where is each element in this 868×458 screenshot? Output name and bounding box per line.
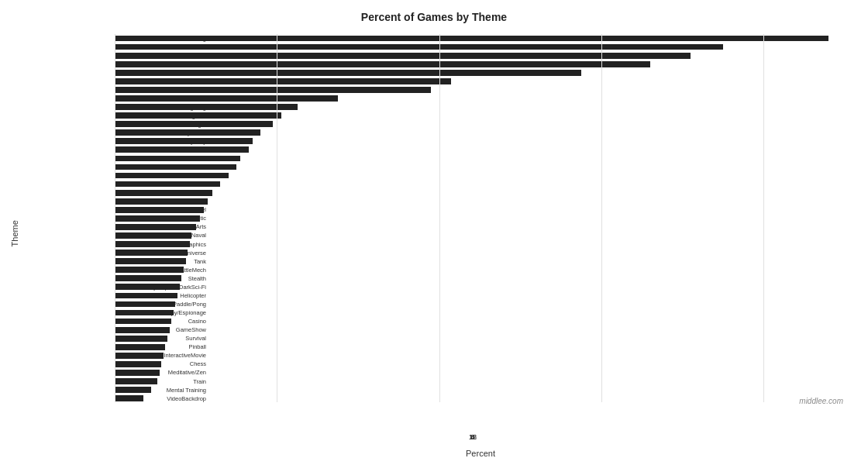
chart-title: Percent of Games by Theme (361, 11, 507, 23)
bar-row: Adult (115, 154, 845, 163)
bar-row: Shooter (115, 43, 845, 51)
bar-row: Post-Apocalyptic (115, 214, 845, 222)
bar-row: InteractiveFiction (115, 180, 845, 188)
bar (115, 104, 298, 110)
bar (115, 198, 208, 205)
bar-row: Sci-Fi/Futuristic (115, 51, 845, 60)
bar-wrapper (115, 394, 845, 403)
bar (115, 378, 157, 384)
bar-row: Cyberpunk/DarkSci-Fi (115, 283, 845, 291)
bar-wrapper (115, 308, 845, 317)
bar-row: Managerial (115, 112, 845, 120)
bar (115, 293, 177, 299)
bar-row: Stealth (115, 274, 845, 283)
bar (115, 301, 175, 308)
bar-wrapper (115, 103, 845, 112)
bar (115, 78, 451, 84)
bar-wrapper (115, 112, 845, 120)
bar (115, 44, 723, 50)
bar-row: Anime/Manga (115, 77, 845, 85)
y-axis-label: Theme (8, 34, 22, 433)
bar-wrapper (115, 257, 845, 266)
bar-row: Spy/Espionage (115, 308, 845, 317)
bar-wrapper (115, 154, 845, 163)
watermark: middlee.com (799, 397, 843, 405)
bar-wrapper (115, 85, 845, 94)
bar-wrapper (115, 60, 845, 68)
bar (115, 284, 180, 290)
plot-area: Puzzle-SolvingShooterSci-Fi/FuturisticAr… (22, 26, 860, 433)
bar-wrapper (115, 137, 845, 146)
bar (115, 258, 186, 264)
bar-wrapper (115, 146, 845, 154)
bar-wrapper (115, 163, 845, 171)
bar (115, 190, 212, 196)
bar-row: Casino (115, 317, 845, 325)
bar (115, 164, 236, 170)
bar (115, 370, 160, 376)
bar-wrapper (115, 300, 845, 308)
bar-row: GameShow (115, 325, 845, 334)
bar-row: InteractiveFictionwithGraphics (115, 240, 845, 249)
bar (115, 361, 161, 367)
bar-row: Flight (115, 120, 845, 129)
bar-row: Rhythm/Music (115, 188, 845, 197)
bar (115, 319, 171, 325)
bar-wrapper (115, 386, 845, 394)
bar-row: Fantasy (115, 68, 845, 77)
bar (115, 207, 204, 213)
bar-wrapper (115, 343, 845, 351)
bar (115, 61, 650, 67)
bar-wrapper (115, 317, 845, 325)
bar-wrapper (115, 291, 845, 300)
bar-row: Detective/Mystery (115, 137, 845, 146)
bar-wrapper (115, 188, 845, 197)
bar (115, 70, 581, 76)
bar-row: InteractiveMovie (115, 351, 845, 360)
bar-wrapper (115, 351, 845, 360)
bar-row: Naval (115, 231, 845, 239)
bar-wrapper (115, 197, 845, 205)
bar-row: Chess (115, 360, 845, 368)
bar-wrapper (115, 231, 845, 239)
bar-wrapper (115, 120, 845, 129)
bar (115, 129, 260, 136)
bar (115, 215, 200, 222)
x-tick: 16 (469, 433, 477, 441)
bar-wrapper (115, 94, 845, 102)
bar-wrapper (115, 34, 845, 43)
bar (115, 387, 151, 393)
bar-row: Helicopter (115, 291, 845, 300)
bar-row: PersistentUniverse (115, 249, 845, 257)
bar (115, 327, 170, 333)
bar (115, 250, 188, 256)
bar (115, 344, 165, 350)
bar-wrapper (115, 249, 845, 257)
bar-wrapper (115, 222, 845, 231)
bar (115, 267, 184, 273)
bar-row: VisualNovel (115, 205, 845, 214)
bar-wrapper (115, 325, 845, 334)
bar (115, 241, 190, 247)
bar (115, 138, 253, 144)
bar-row: Train (115, 377, 845, 386)
bar-row: Board/PartyGame (115, 129, 845, 137)
bar-wrapper (115, 334, 845, 343)
bar-row: Real-Time (115, 85, 845, 94)
bar (115, 173, 229, 179)
bar (115, 181, 220, 188)
bar-wrapper (115, 283, 845, 291)
bar (115, 232, 191, 239)
bar-wrapper (115, 43, 845, 51)
bar-row: Pinball (115, 343, 845, 351)
bar-row: Puzzle-Solving (115, 34, 845, 43)
bar-row: HistoricalBattle (115, 146, 845, 154)
bar-row: Survival (115, 334, 845, 343)
bar-wrapper (115, 240, 845, 249)
bar-wrapper (115, 377, 845, 386)
bar-wrapper (115, 274, 845, 283)
chart-container: Percent of Games by Theme Theme Puzzle-S… (0, 0, 868, 458)
bar (115, 112, 281, 119)
bar-wrapper (115, 68, 845, 77)
bar (115, 53, 691, 59)
